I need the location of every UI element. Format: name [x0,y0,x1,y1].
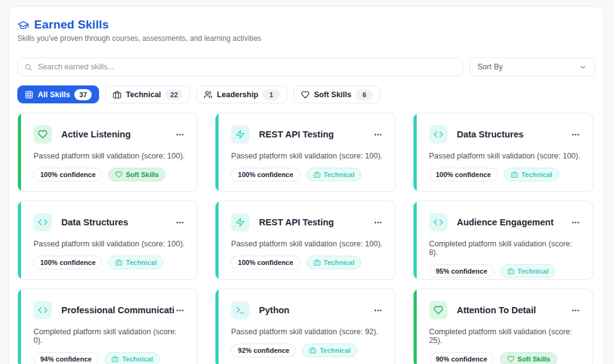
search-input[interactable] [38,63,456,71]
heart-icon [429,301,448,319]
terminal-icon [231,301,250,319]
filter-tab-label: All Skills [38,90,70,99]
confidence-badge: 92% confidence [231,344,296,357]
ellipsis-menu-icon[interactable] [174,305,186,316]
filter-count-badge: 6 [355,89,373,100]
filter-tab-technical[interactable]: Technical 22 [105,85,190,103]
filter-count-badge: 1 [263,89,280,100]
code-icon [429,125,448,144]
category-badge: Technical [108,256,163,269]
briefcase-icon [309,347,316,354]
skill-card-audience-engagement: Audience Engagement Completed platform s… [413,201,593,280]
people-icon [204,90,212,99]
category-badge: Technical [500,264,555,278]
skill-description: Passed platform skill validation (score:… [429,152,581,160]
search-box[interactable] [17,58,463,76]
filter-tab-label: Soft Skills [314,90,351,99]
ellipsis-menu-icon[interactable] [570,129,581,141]
skill-title: Attention To Detail [457,305,570,315]
skill-title: Data Structures [457,129,570,139]
confidence-badge: 95% confidence [429,264,494,278]
briefcase-icon [507,267,515,275]
confidence-badge: 94% confidence [33,352,98,364]
ellipsis-menu-icon[interactable] [570,305,581,316]
sort-by-label: Sort By [477,63,503,71]
confidence-badge: 90% confidence [429,352,494,364]
skill-title: Professional Communication [61,305,174,315]
skills-grid: Active Listening Passed platform skill v… [17,113,595,364]
category-badge: Technical [306,168,362,181]
skill-title: Python [259,305,372,315]
confidence-badge: 100% confidence [231,256,300,269]
toolbar: Sort By [17,58,595,76]
filter-count-badge: 22 [165,89,183,100]
filter-tab-all-skills[interactable]: All Skills 37 [17,85,99,103]
category-badge: Technical [302,344,357,357]
bolt-icon [231,125,250,144]
ellipsis-menu-icon[interactable] [372,217,384,228]
skill-card-data-structures: Data Structures Passed platform skill va… [413,113,593,192]
skill-description: Completed platform skill validation (sco… [429,240,581,257]
ellipsis-menu-icon[interactable] [570,217,581,228]
skill-title: Data Structures [61,217,174,227]
category-badge: Technical [504,168,559,181]
category-badge: Technical [105,352,160,364]
heart-icon [301,90,310,99]
page-title: Earned Skills [34,18,109,32]
skill-card-attention-to-detail: Attention To Detail Completed platform s… [413,288,593,364]
grid-icon [25,90,33,99]
briefcase-icon [115,259,123,266]
code-icon [33,301,52,319]
briefcase-icon [313,171,321,178]
ellipsis-menu-icon[interactable] [372,129,384,141]
skill-description: Passed platform skill validation (score:… [231,152,383,160]
filter-tab-label: Technical [126,90,161,99]
earned-skills-panel: Earned Skills Skills you've proven throu… [9,6,604,364]
skill-card-rest-api-testing: REST API Testing Passed platform skill v… [215,113,395,192]
confidence-badge: 100% confidence [33,256,102,269]
filter-tab-leadership[interactable]: Leadership 1 [196,85,287,103]
page-subtitle: Skills you've proven through courses, as… [17,34,595,43]
code-icon [33,213,52,232]
ellipsis-menu-icon[interactable] [372,305,384,316]
ellipsis-menu-icon[interactable] [174,217,186,228]
skill-title: Active Listening [61,129,174,139]
skill-card-rest-api-testing: REST API Testing Passed platform skill v… [215,201,395,280]
filter-tab-soft-skills[interactable]: Soft Skills 6 [293,85,380,103]
skill-card-professional-communication: Professional Communication Completed pla… [17,288,198,364]
briefcase-icon [511,171,518,178]
skill-description: Completed platform skill validation (sco… [429,327,581,345]
briefcase-icon [111,355,119,363]
skill-description: Passed platform skill validation (score:… [231,327,383,336]
category-badge: Technical [306,256,362,269]
skill-description: Passed platform skill validation (score:… [33,240,186,248]
skill-description: Passed platform skill validation (score:… [33,152,186,160]
bolt-icon [231,213,250,232]
skill-card-data-structures: Data Structures Passed platform skill va… [17,201,198,280]
category-badge: Soft Skills [500,352,557,364]
search-icon [24,63,32,71]
heart-icon [507,355,515,363]
skill-title: REST API Testing [259,129,372,139]
heart-icon [33,125,52,144]
confidence-badge: 100% confidence [429,168,498,181]
skill-title: REST API Testing [259,217,372,227]
briefcase-icon [113,90,121,99]
chevron-down-icon [579,63,587,71]
filter-count-badge: 37 [74,89,92,100]
confidence-badge: 100% confidence [33,168,102,181]
filter-tab-label: Leadership [217,90,258,99]
skill-description: Passed platform skill validation (score:… [231,240,383,248]
heart-icon [115,171,123,178]
confidence-badge: 100% confidence [231,168,300,181]
skill-card-python: Python Passed platform skill validation … [215,288,395,364]
graduation-cap-icon [17,19,29,31]
ellipsis-menu-icon[interactable] [174,129,186,141]
code-icon [429,213,448,232]
category-badge: Soft Skills [108,168,165,181]
briefcase-icon [313,259,321,266]
sort-by-select[interactable]: Sort By [469,58,595,76]
skill-card-active-listening: Active Listening Passed platform skill v… [17,113,198,192]
skill-title: Audience Engagement [457,217,570,227]
page-header: Earned Skills [17,18,595,32]
